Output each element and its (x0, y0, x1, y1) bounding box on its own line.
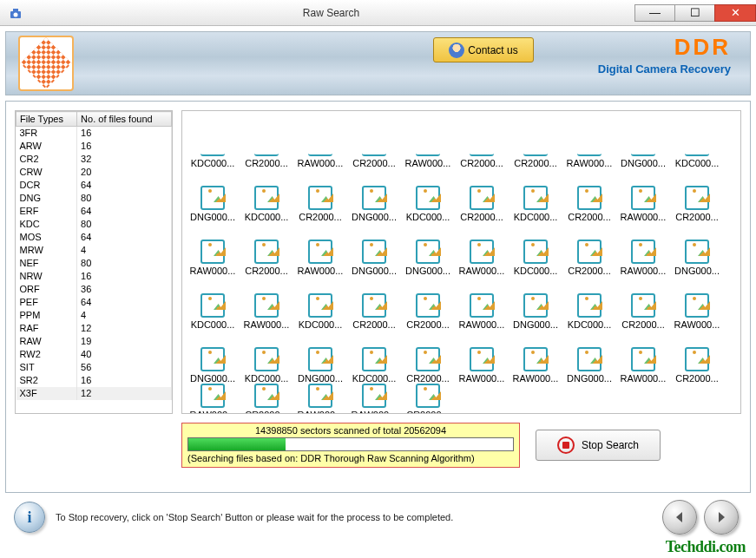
thumbnail-item[interactable]: KDC000... (562, 276, 616, 330)
thumbnail-item[interactable]: DNG000... (293, 330, 347, 384)
thumbnail-item[interactable]: RAW000... (347, 384, 401, 414)
thumbnail-item[interactable]: CR2000... (401, 330, 455, 384)
thumbnail-item[interactable]: RAW000... (670, 276, 724, 330)
file-count-cell: 4 (77, 244, 172, 257)
table-row[interactable]: PEF64 (16, 296, 172, 309)
table-row[interactable]: NRW16 (16, 270, 172, 283)
thumbnail-item[interactable]: KDC000... (347, 330, 401, 384)
maximize-button[interactable]: ☐ (674, 4, 714, 22)
file-count-cell: 16 (77, 127, 172, 141)
thumbnail-item[interactable]: KDC000... (670, 115, 724, 168)
thumbnail-item[interactable]: RAW000... (616, 168, 670, 222)
thumbnail-item[interactable]: CR2000... (293, 168, 347, 222)
table-row[interactable]: CRW20 (16, 166, 172, 179)
image-icon (470, 151, 494, 156)
table-row[interactable]: MRW4 (16, 244, 172, 257)
thumbnail-item[interactable]: RAW000... (293, 222, 347, 276)
thumbnail-item[interactable]: DNG000... (616, 115, 670, 168)
table-row[interactable]: PPM4 (16, 309, 172, 322)
thumbnail-item[interactable]: KDC000... (401, 168, 455, 222)
thumbnail-item[interactable]: DNG000... (186, 330, 240, 384)
back-button[interactable] (662, 500, 697, 535)
thumbnail-item[interactable]: RAW000... (186, 384, 240, 414)
thumbnail-label: CR2000... (568, 266, 611, 276)
table-row[interactable]: DCR64 (16, 179, 172, 192)
thumbnail-item[interactable]: CR2000... (401, 276, 455, 330)
thumbnail-item[interactable]: RAW000... (455, 330, 509, 384)
thumbnail-item[interactable]: RAW000... (293, 384, 347, 414)
file-count-cell: 64 (77, 296, 172, 309)
thumbnail-item[interactable]: RAW000... (616, 330, 670, 384)
table-row[interactable]: RAW19 (16, 335, 172, 348)
thumbnail-item[interactable]: CR2000... (455, 168, 509, 222)
close-button[interactable]: ✕ (714, 4, 756, 22)
table-row[interactable]: MOS64 (16, 231, 172, 244)
table-row[interactable]: CR232 (16, 153, 172, 166)
thumbnail-item[interactable]: CR2000... (616, 276, 670, 330)
thumbnail-item[interactable]: CR2000... (670, 168, 724, 222)
table-row[interactable]: RAF12 (16, 322, 172, 335)
image-icon (201, 293, 225, 318)
file-types-panel[interactable]: File Types No. of files found 3FR16ARW16… (15, 110, 173, 414)
stop-search-button[interactable]: Stop Search (536, 430, 661, 461)
image-icon (685, 151, 709, 156)
thumbnail-item[interactable]: KDC000... (240, 168, 293, 222)
thumbnail-item[interactable]: RAW000... (455, 222, 509, 276)
thumbnail-item[interactable]: RAW000... (186, 222, 240, 276)
thumbnail-item[interactable]: RAW000... (455, 276, 509, 330)
thumbnail-item[interactable]: KDC000... (240, 330, 293, 384)
file-type-cell: ARW (16, 140, 77, 153)
thumbnail-item[interactable]: RAW000... (616, 222, 670, 276)
thumbnail-item[interactable]: CR2000... (509, 115, 562, 168)
table-row[interactable]: ARW16 (16, 140, 172, 153)
thumbnail-item[interactable]: CR2000... (240, 384, 293, 414)
minimize-button[interactable]: — (634, 4, 674, 22)
thumbnail-item[interactable]: KDC000... (186, 115, 240, 168)
thumbnail-item[interactable]: DNG000... (347, 222, 401, 276)
thumbnail-item[interactable]: DNG000... (347, 168, 401, 222)
thumbnail-item[interactable]: RAW000... (240, 276, 293, 330)
thumbnail-label: RAW000... (190, 410, 236, 414)
thumbnail-item[interactable]: CR2000... (347, 276, 401, 330)
thumbnail-item[interactable]: KDC000... (509, 168, 562, 222)
table-row[interactable]: SR216 (16, 374, 172, 387)
forward-button[interactable] (704, 500, 739, 535)
thumbnail-item[interactable]: CR2000... (670, 330, 724, 384)
thumbnail-item[interactable]: RAW000... (562, 115, 616, 168)
thumbnails-panel[interactable]: KDC000...CR2000...RAW000...CR2000...RAW0… (181, 110, 741, 414)
table-row[interactable]: NEF80 (16, 257, 172, 270)
thumbnail-item[interactable]: CR2000... (455, 115, 509, 168)
table-row[interactable]: ERF64 (16, 205, 172, 218)
scan-status-box: 14398850 sectors scanned of total 205620… (181, 423, 520, 468)
table-row[interactable]: X3F12 (16, 387, 172, 400)
thumbnail-item[interactable]: CR2000... (562, 222, 616, 276)
thumbnail-item[interactable]: DNG000... (670, 222, 724, 276)
thumbnail-item[interactable]: KDC000... (293, 276, 347, 330)
thumbnail-item[interactable]: DNG000... (562, 330, 616, 384)
thumbnail-item[interactable]: RAW000... (401, 115, 455, 168)
thumbnail-item[interactable]: RAW000... (293, 115, 347, 168)
table-row[interactable]: RW240 (16, 348, 172, 361)
table-row[interactable]: DNG80 (16, 192, 172, 205)
thumbnail-item[interactable]: CR2000... (347, 115, 401, 168)
thumbnail-item[interactable]: KDC000... (509, 222, 562, 276)
thumbnail-label: DNG000... (674, 266, 720, 276)
thumbnail-label: KDC000... (568, 319, 612, 330)
table-row[interactable]: 3FR16 (16, 127, 172, 141)
thumbnail-item[interactable]: CR2000... (240, 115, 293, 168)
col-file-count[interactable]: No. of files found (77, 112, 172, 127)
thumbnail-item[interactable]: DNG000... (401, 222, 455, 276)
image-icon (308, 151, 332, 156)
thumbnail-item[interactable]: DNG000... (509, 276, 562, 330)
thumbnail-item[interactable]: DNG000... (186, 168, 240, 222)
contact-us-button[interactable]: Contact us (433, 37, 534, 62)
col-file-types[interactable]: File Types (16, 112, 77, 127)
table-row[interactable]: SIT56 (16, 361, 172, 374)
table-row[interactable]: KDC80 (16, 218, 172, 231)
thumbnail-item[interactable]: CR2000... (562, 168, 616, 222)
thumbnail-item[interactable]: KDC000... (186, 276, 240, 330)
thumbnail-item[interactable]: CR2000... (240, 222, 293, 276)
table-row[interactable]: ORF36 (16, 283, 172, 296)
thumbnail-item[interactable]: RAW000... (509, 330, 562, 384)
thumbnail-item[interactable]: CR2000... (401, 384, 455, 414)
